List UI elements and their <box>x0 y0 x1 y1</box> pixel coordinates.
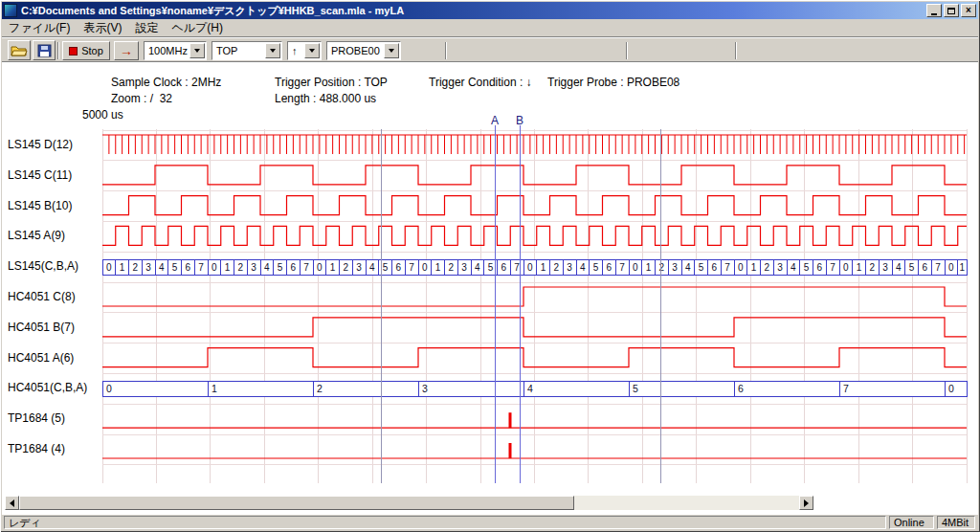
chevron-down-icon[interactable] <box>384 43 399 58</box>
channel-label-8[interactable]: HC4051(C,B,A) <box>8 381 100 394</box>
chevron-down-icon[interactable] <box>189 43 205 58</box>
toolbar-separator <box>445 42 447 59</box>
down-triangle-icon <box>194 49 200 53</box>
minimize-icon <box>931 13 937 15</box>
save-file-button[interactable] <box>33 40 56 60</box>
trigger-position-value: TOP <box>216 42 237 59</box>
channel-label-2[interactable]: LS145 B(10) <box>8 199 100 212</box>
channel-label-3[interactable]: LS145 A(9) <box>8 229 100 242</box>
right-triangle-icon <box>804 499 809 507</box>
sample-clock-select[interactable]: 100MHz <box>144 41 207 60</box>
channel-label-0[interactable]: LS145 D(12) <box>8 138 100 151</box>
trigger-position-select[interactable]: TOP <box>212 41 282 60</box>
trigger-probe-info: Trigger Probe : PROBE08 <box>547 76 679 89</box>
stop-label: Stop <box>81 45 103 56</box>
status-online: Online <box>889 516 934 529</box>
cursor-b-label[interactable]: B <box>514 114 525 127</box>
trigger-edge-value: ↑ <box>292 42 298 59</box>
channel-label-6[interactable]: HC4051 B(7) <box>8 321 100 334</box>
status-ready: レディ <box>4 516 886 529</box>
left-triangle-icon <box>10 499 14 507</box>
close-button[interactable]: × <box>961 4 976 17</box>
stop-button[interactable]: Stop <box>62 41 110 60</box>
toolbar-separator <box>735 42 737 59</box>
menu-view[interactable]: 表示(V) <box>77 19 128 36</box>
time-scale-label: 5000 us <box>82 108 123 122</box>
trigger-probe-value: PROBE00 <box>331 42 380 59</box>
channel-label-1[interactable]: LS145 C(11) <box>8 168 100 182</box>
down-triangle-icon <box>389 49 394 53</box>
toolbar-separator <box>626 42 628 59</box>
channel-label-7[interactable]: HC4051 A(6) <box>8 351 100 365</box>
waveform-pane <box>2 62 978 514</box>
trigger-position-info: Trigger Position : TOP <box>275 76 388 89</box>
toolbar: Stop → 100MHz TOP ↑ PROBE00 − + AB ←A ←B <box>2 36 978 62</box>
menu-settings[interactable]: 設定 <box>128 19 165 36</box>
window-title: C:¥Documents and Settings¥noname¥デスクトップ¥… <box>21 4 926 18</box>
down-triangle-icon <box>309 49 315 53</box>
chevron-down-icon[interactable] <box>265 43 280 58</box>
channel-label-10[interactable]: TP1684 (4) <box>8 442 100 455</box>
horizontal-scrollbar[interactable] <box>5 496 813 510</box>
length-info: Length : 488.000 us <box>275 92 376 105</box>
zoom-info: Zoom : / 32 <box>111 92 172 105</box>
channel-label-5[interactable]: HC4051 C(8) <box>8 290 100 303</box>
save-floppy-icon <box>37 44 52 57</box>
maximize-icon <box>947 8 955 14</box>
chevron-down-icon[interactable] <box>304 43 320 58</box>
scrollbar-thumb[interactable] <box>19 496 574 510</box>
menu-help[interactable]: ヘルプ(H) <box>165 19 230 36</box>
channel-label-4[interactable]: LS145(C,B,A) <box>8 259 100 273</box>
toolbar-separator <box>57 42 59 59</box>
run-button[interactable]: → <box>114 41 139 60</box>
channel-label-9[interactable]: TP1684 (5) <box>8 411 100 425</box>
open-folder-icon <box>11 44 28 57</box>
stop-icon <box>69 47 78 55</box>
statusbar: レディ Online 4MBit <box>2 514 978 530</box>
minimize-button[interactable] <box>926 4 942 17</box>
cursor-a-label[interactable]: A <box>489 114 501 127</box>
app-icon <box>4 4 17 17</box>
trigger-condition-info: Trigger Condition : ↓ <box>429 76 532 89</box>
sample-clock-info: Sample Clock : 2MHz <box>111 76 221 89</box>
close-icon: × <box>966 6 971 15</box>
titlebar[interactable]: C:¥Documents and Settings¥noname¥デスクトップ¥… <box>2 2 978 19</box>
scroll-left-button[interactable] <box>5 496 19 510</box>
app-window: C:¥Documents and Settings¥noname¥デスクトップ¥… <box>0 0 980 532</box>
trigger-probe-select[interactable]: PROBE00 <box>326 41 401 60</box>
status-memory: 4MBit <box>937 516 975 529</box>
sample-clock-value: 100MHz <box>148 42 188 59</box>
scroll-right-button[interactable] <box>799 496 813 510</box>
maximize-button[interactable] <box>944 4 959 17</box>
menu-file[interactable]: ファイル(F) <box>2 19 77 36</box>
trigger-edge-select[interactable]: ↑ <box>287 41 322 60</box>
run-arrow-icon: → <box>120 43 133 58</box>
open-file-button[interactable] <box>8 40 31 60</box>
down-triangle-icon <box>270 49 276 53</box>
menubar: ファイル(F) 表示(V) 設定 ヘルプ(H) <box>2 19 978 36</box>
